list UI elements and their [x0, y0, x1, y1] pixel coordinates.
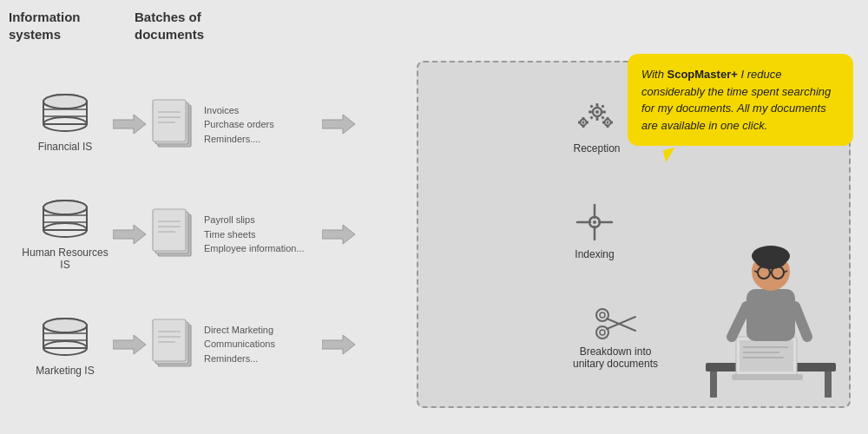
arrow-icon-1: [113, 113, 146, 135]
crosshair-icon: [573, 201, 616, 244]
svg-rect-45: [596, 117, 599, 121]
svg-rect-50: [589, 115, 593, 119]
svg-rect-47: [602, 110, 606, 113]
doc-rows: Invoices Purchase orders Reminders....: [113, 69, 408, 399]
doc-stack-icon-1: [151, 96, 199, 153]
svg-marker-18: [113, 115, 146, 134]
svg-rect-57: [586, 121, 589, 123]
database-icon-financial: [39, 93, 91, 136]
info-systems-header: Information systems: [9, 9, 81, 43]
svg-rect-29: [153, 209, 186, 251]
scissors-icon: [592, 306, 640, 341]
svg-rect-62: [602, 121, 605, 123]
svg-rect-77: [710, 372, 717, 398]
svg-point-5: [43, 95, 87, 108]
svg-rect-46: [589, 110, 592, 113]
svg-line-74: [607, 319, 635, 331]
svg-rect-54: [582, 117, 585, 120]
svg-rect-85: [746, 289, 795, 341]
arrow-icon-1r: [322, 113, 355, 135]
hr-is-label: Human Resources IS: [17, 247, 113, 271]
svg-line-94: [732, 306, 746, 337]
svg-marker-33: [322, 225, 355, 244]
doc-labels-2: Payroll slips Time sheets Employee infor…: [204, 213, 317, 256]
svg-point-59: [607, 121, 609, 123]
person-illustration: [701, 215, 840, 406]
doc-stack-icon-2: [151, 206, 199, 262]
hr-is-item: Human Resources IS: [17, 199, 113, 271]
arrow-icon-3r: [322, 333, 355, 356]
svg-point-53: [582, 121, 585, 123]
speech-text-before: With: [641, 68, 667, 81]
svg-point-17: [43, 319, 87, 332]
breakdown-process: Breakdown into unitary documents: [573, 306, 658, 370]
svg-rect-49: [601, 104, 604, 108]
svg-marker-25: [322, 115, 355, 134]
arrow-icon-2r: [322, 223, 355, 246]
svg-point-88: [755, 252, 786, 269]
svg-rect-61: [607, 125, 609, 128]
doc-row-3: Direct Marketing Communications Reminder…: [113, 316, 408, 372]
svg-marker-26: [113, 225, 146, 244]
breakdown-label: Breakdown into unitary documents: [573, 345, 658, 370]
main-container: Information systems Batches of documents…: [0, 0, 868, 434]
svg-rect-78: [825, 372, 832, 398]
doc-labels-1: Invoices Purchase orders Reminders....: [204, 103, 317, 147]
speech-brand: ScopMaster+: [667, 68, 738, 81]
doc-row-1: Invoices Purchase orders Reminders....: [113, 96, 408, 153]
arrow-icon-2: [113, 223, 146, 246]
batches-header: Batches of documents: [135, 9, 204, 43]
svg-rect-44: [596, 103, 599, 107]
is-list: Financial IS Human Resources IS: [17, 69, 113, 399]
svg-line-75: [607, 317, 635, 329]
svg-point-71: [600, 312, 605, 318]
indexing-label: Indexing: [575, 248, 614, 260]
marketing-is-item: Marketing IS: [17, 317, 113, 377]
doc-stack-icon-3: [151, 316, 199, 372]
svg-rect-56: [578, 121, 581, 123]
svg-point-69: [593, 220, 596, 224]
svg-rect-55: [582, 125, 585, 128]
database-icon-hr: [39, 199, 91, 242]
svg-marker-41: [322, 335, 355, 354]
svg-rect-80: [740, 340, 793, 372]
svg-marker-34: [113, 335, 146, 354]
svg-point-11: [43, 201, 87, 214]
svg-line-95: [795, 306, 807, 337]
arrow-icon-3: [113, 333, 146, 356]
reception-process: Reception: [573, 99, 621, 155]
speech-bubble: With ScopMaster+ I reduce considerably t…: [628, 54, 853, 146]
svg-point-73: [600, 330, 605, 335]
indexing-process: Indexing: [573, 201, 616, 260]
person-svg: [701, 215, 840, 406]
financial-is-item: Financial IS: [17, 93, 113, 153]
svg-rect-48: [589, 104, 593, 108]
reception-label: Reception: [573, 142, 620, 155]
process-box: With ScopMaster+ I reduce considerably t…: [417, 61, 851, 408]
gears-icon: [573, 99, 621, 138]
doc-labels-3: Direct Marketing Communications Reminder…: [204, 323, 317, 366]
svg-rect-63: [610, 121, 613, 123]
doc-row-2: Payroll slips Time sheets Employee infor…: [113, 206, 408, 262]
svg-rect-37: [153, 319, 186, 361]
svg-point-43: [595, 110, 599, 114]
database-icon-marketing: [39, 317, 91, 360]
svg-rect-84: [732, 374, 803, 380]
svg-rect-51: [601, 115, 604, 119]
svg-rect-21: [153, 100, 186, 141]
marketing-is-label: Marketing IS: [36, 365, 94, 377]
financial-is-label: Financial IS: [38, 141, 93, 153]
svg-rect-60: [607, 117, 609, 120]
